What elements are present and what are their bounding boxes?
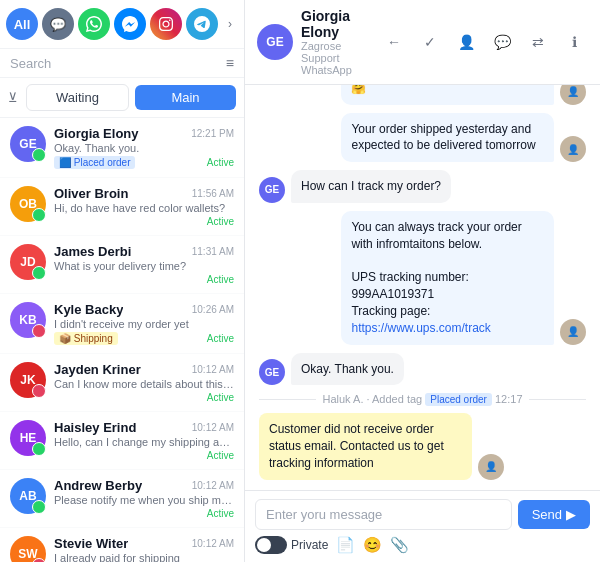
contact-item[interactable]: JD James Derbi 11:31 AM What is your del…	[0, 236, 244, 294]
status-active: Active	[207, 274, 234, 285]
contact-footer: 📦 Shipping Active	[54, 332, 234, 345]
channel-bar: All 💬 ›	[0, 0, 244, 49]
tab-bar: ⊻ Waiting Main	[0, 78, 244, 118]
contact-name: Giorgia Elony	[54, 126, 139, 141]
contact-item[interactable]: GE Giorgia Elony 12:21 PM Okay. Thank yo…	[0, 118, 244, 178]
filter-small-icon[interactable]: ⊻	[8, 90, 18, 105]
avatar: GE	[10, 126, 46, 162]
contact-msg: Hi, do have have red color wallets?	[54, 202, 234, 214]
agent-avatar: 👤	[560, 136, 586, 162]
agent-bubble: Hello Giorgia.Welcome to Zagrose online …	[341, 85, 554, 105]
channel-badge	[32, 208, 46, 222]
contact-info: Giorgia Elony 12:21 PM Okay. Thank you. …	[54, 126, 234, 169]
system-message: Haluk A. · Added tag Placed order 12:17	[259, 393, 586, 405]
attach-icon[interactable]: 📎	[390, 536, 409, 554]
contact-item[interactable]: AB Andrew Berby 10:12 AM Please notify m…	[0, 470, 244, 528]
channel-messenger[interactable]	[114, 8, 146, 40]
channel-whatsapp[interactable]	[78, 8, 110, 40]
chat-name: Giorgia Elony	[301, 8, 372, 40]
contact-info: Andrew Berby 10:12 AM Please notify me w…	[54, 478, 234, 519]
private-label: Private	[291, 538, 328, 552]
user-avatar: GE	[259, 359, 285, 385]
avatar: SW	[10, 536, 46, 562]
contact-msg: Okay. Thank you.	[54, 142, 234, 154]
channel-badge	[32, 384, 46, 398]
contact-item[interactable]: HE Haisley Erind 10:12 AM Hello, can I c…	[0, 412, 244, 470]
channel-badge	[32, 442, 46, 456]
avatar: HE	[10, 420, 46, 456]
avatar: OB	[10, 186, 46, 222]
contact-top: Oliver Broin 11:56 AM	[54, 186, 234, 201]
check-btn[interactable]: ✓	[416, 28, 444, 56]
agent-message-row: 👤 Your order shipped yesterday and expec…	[259, 113, 586, 163]
status-active: Active	[207, 216, 234, 227]
channel-badge	[32, 266, 46, 280]
contact-name: Kyle Backy	[54, 302, 123, 317]
search-input[interactable]	[10, 56, 220, 71]
contact-item[interactable]: SW Stevie Witer 10:12 AM I already paid …	[0, 528, 244, 562]
tab-waiting[interactable]: Waiting	[26, 84, 129, 111]
avatar: JD	[10, 244, 46, 280]
tag-placed: 🟦 Placed order	[54, 156, 135, 169]
contact-name: Andrew Berby	[54, 478, 142, 493]
channel-instagram[interactable]	[150, 8, 182, 40]
tracking-link[interactable]: https://www.ups.com/track	[351, 321, 490, 335]
emoji-icon[interactable]: 😊	[363, 536, 382, 554]
channel-badge	[32, 324, 46, 338]
send-icon: ▶	[566, 507, 576, 522]
contact-time: 10:12 AM	[192, 364, 234, 375]
contact-footer: Active	[54, 216, 234, 227]
toggle-knob	[257, 538, 271, 552]
contact-info: Kyle Backy 10:26 AM I didn't receive my …	[54, 302, 234, 345]
contact-list: GE Giorgia Elony 12:21 PM Okay. Thank yo…	[0, 118, 244, 562]
user-btn[interactable]: 👤	[452, 28, 480, 56]
channel-telegram[interactable]	[186, 8, 218, 40]
user-avatar: GE	[259, 177, 285, 203]
inline-tag: Placed order	[425, 393, 492, 406]
avatar: JK	[10, 362, 46, 398]
contact-top: Kyle Backy 10:26 AM	[54, 302, 234, 317]
contact-name: Stevie Witer	[54, 536, 128, 551]
contact-item[interactable]: OB Oliver Broin 11:56 AM Hi, do have hav…	[0, 178, 244, 236]
note-message-row: Customer did not receive order status em…	[259, 413, 586, 479]
chat-header: GE Giorgia Elony Zagrose Support WhatsAp…	[245, 0, 600, 85]
channel-sms[interactable]: 💬	[42, 8, 74, 40]
channel-badge	[32, 558, 46, 562]
agent-avatar: 👤	[560, 319, 586, 345]
contact-info: Oliver Broin 11:56 AM Hi, do have have r…	[54, 186, 234, 227]
agent-bubble: Your order shipped yesterday and expecte…	[341, 113, 554, 163]
channel-all[interactable]: All	[6, 8, 38, 40]
agent-bubble: You can always track your order with inf…	[341, 211, 554, 345]
chat-btn[interactable]: 💬	[488, 28, 516, 56]
contact-top: Giorgia Elony 12:21 PM	[54, 126, 234, 141]
contact-time: 10:12 AM	[192, 422, 234, 433]
contact-footer: Active	[54, 392, 234, 403]
message-input[interactable]	[255, 499, 512, 530]
note-bubble: Customer did not receive order status em…	[259, 413, 472, 479]
transfer-btn[interactable]: ⇄	[524, 28, 552, 56]
status-active: Active	[207, 508, 234, 519]
status-active: Active	[207, 450, 234, 461]
status-active: Active	[207, 392, 234, 403]
contact-name: Haisley Erind	[54, 420, 136, 435]
contact-item[interactable]: KB Kyle Backy 10:26 AM I didn't receive …	[0, 294, 244, 354]
tool-icons: 📄 😊 📎	[336, 536, 409, 554]
left-panel: All 💬 › ≡ ⊻ Waiting Main GE	[0, 0, 245, 562]
send-button[interactable]: Send ▶	[518, 500, 590, 529]
header-avatar: GE	[257, 24, 293, 60]
input-tools: Private 📄 😊 📎	[255, 536, 590, 554]
contact-info: Jayden Kriner 10:12 AM Can I know more d…	[54, 362, 234, 403]
contact-name: James Derbi	[54, 244, 131, 259]
text-format-icon[interactable]: 📄	[336, 536, 355, 554]
channel-more[interactable]: ›	[222, 12, 238, 36]
user-bubble: Okay. Thank you.	[291, 353, 404, 386]
avatar: AB	[10, 478, 46, 514]
info-btn[interactable]: ℹ	[560, 28, 588, 56]
contact-time: 12:21 PM	[191, 128, 234, 139]
back-btn[interactable]: ←	[380, 28, 408, 56]
tab-main[interactable]: Main	[135, 85, 236, 110]
contact-item[interactable]: JK Jayden Kriner 10:12 AM Can I know mor…	[0, 354, 244, 412]
filter-icon[interactable]: ≡	[226, 55, 234, 71]
contact-footer: Active	[54, 508, 234, 519]
private-toggle[interactable]	[255, 536, 287, 554]
